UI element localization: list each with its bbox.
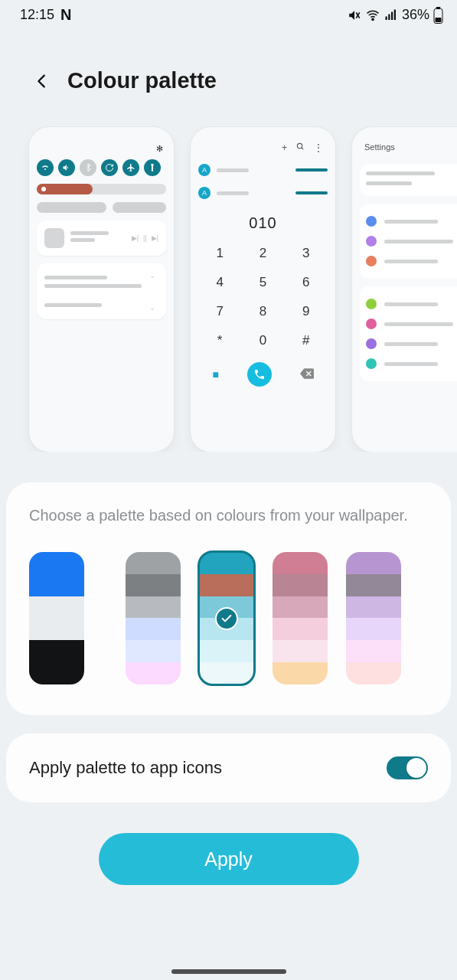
wifi-icon xyxy=(365,8,380,22)
more-icon: ⋮ xyxy=(314,142,323,153)
svg-line-11 xyxy=(302,148,303,149)
key-6: 6 xyxy=(285,275,328,290)
svg-rect-4 xyxy=(388,14,390,20)
wifi-toggle-icon xyxy=(37,159,54,176)
svg-rect-5 xyxy=(391,11,393,20)
palette-swatch-2[interactable] xyxy=(199,552,254,684)
backspace-icon xyxy=(300,368,314,381)
key-1: 1 xyxy=(198,246,241,261)
svg-point-10 xyxy=(297,143,302,148)
key-0: 0 xyxy=(241,333,284,348)
preview-row: ✻ ▶|||▶| ⌄ ⌄ + xyxy=(0,112,457,452)
svg-rect-6 xyxy=(394,9,396,20)
battery-percent: 36% xyxy=(402,7,429,23)
app-icons-toggle[interactable] xyxy=(387,756,428,779)
app-icons-toggle-card: Apply palette to app icons xyxy=(6,733,451,802)
apply-button[interactable]: Apply xyxy=(99,833,359,885)
page-title: Colour palette xyxy=(67,68,217,93)
video-call-icon: ■ xyxy=(212,368,218,381)
flashlight-toggle-icon xyxy=(144,159,161,176)
airplane-toggle-icon xyxy=(122,159,139,176)
mute-icon xyxy=(348,8,361,22)
key-2: 2 xyxy=(241,246,284,261)
status-time: 12:15 xyxy=(20,7,54,23)
sound-toggle-icon xyxy=(58,159,75,176)
battery-icon xyxy=(433,7,443,24)
check-icon xyxy=(215,607,238,630)
svg-rect-9 xyxy=(436,18,442,22)
header: Colour palette xyxy=(0,27,457,112)
brightness-slider xyxy=(37,184,166,194)
avatar: A xyxy=(198,164,211,176)
dialed-number: 010 xyxy=(198,214,328,232)
key-9: 9 xyxy=(285,304,328,319)
nav-handle[interactable] xyxy=(171,969,286,974)
key-8: 8 xyxy=(241,304,284,319)
back-icon[interactable] xyxy=(34,73,51,90)
avatar: A xyxy=(198,187,211,199)
palette-swatch-3[interactable] xyxy=(273,552,328,684)
preview-quick-settings[interactable]: ✻ ▶|||▶| ⌄ ⌄ xyxy=(29,127,174,452)
toggle-label: Apply palette to app icons xyxy=(29,758,222,778)
signal-icon xyxy=(384,8,398,22)
palette-swatch-1[interactable] xyxy=(126,552,181,684)
swatch-row xyxy=(29,552,428,684)
settings-title: Settings xyxy=(360,138,457,164)
keypad: 123456789*0# xyxy=(198,246,328,348)
preview-settings[interactable]: Settings xyxy=(352,127,457,452)
palette-description: Choose a palette based on colours from y… xyxy=(29,505,428,526)
key-#: # xyxy=(285,333,328,348)
search-icon xyxy=(296,142,305,153)
netflix-icon: N xyxy=(60,6,71,24)
status-bar: 12:15 N 36% xyxy=(0,0,457,27)
svg-rect-3 xyxy=(385,16,387,20)
key-7: 7 xyxy=(198,304,241,319)
svg-point-2 xyxy=(372,18,374,20)
rotate-toggle-icon xyxy=(101,159,118,176)
key-*: * xyxy=(198,333,241,348)
list-card: ⌄ ⌄ xyxy=(37,263,166,319)
call-button xyxy=(247,362,272,387)
bluetooth-toggle-icon xyxy=(80,159,96,176)
palette-swatch-0[interactable] xyxy=(29,552,84,684)
svg-rect-7 xyxy=(436,7,441,8)
media-card: ▶|||▶| xyxy=(37,220,166,256)
palette-card: Choose a palette based on colours from y… xyxy=(6,482,451,715)
key-4: 4 xyxy=(198,275,241,290)
key-3: 3 xyxy=(285,246,328,261)
gear-icon: ✻ xyxy=(156,144,163,154)
key-5: 5 xyxy=(241,275,284,290)
plus-icon: + xyxy=(282,142,287,153)
preview-dialer[interactable]: + ⋮ A A 010 123456789*0# ■ xyxy=(191,127,335,452)
palette-swatch-4[interactable] xyxy=(346,552,401,684)
